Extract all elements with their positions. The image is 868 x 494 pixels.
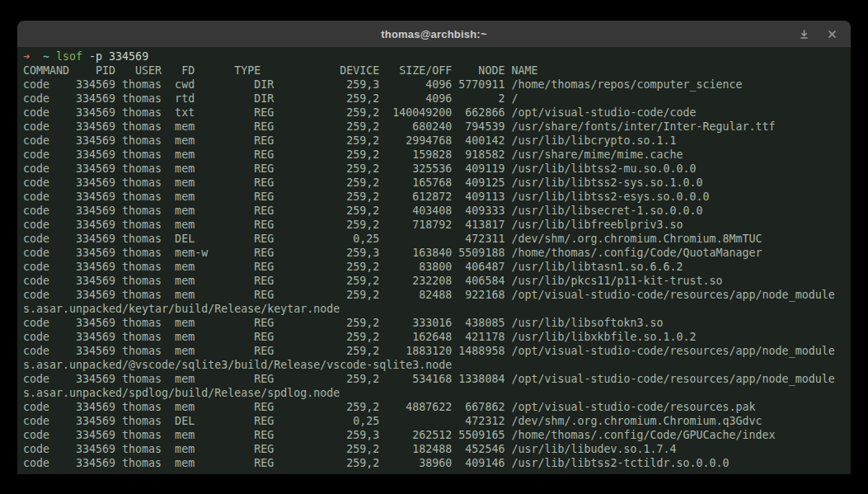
terminal-line: code 334569 thomas mem REG 259,2 680240 … [23,120,851,134]
prompt-args: -p 334569 [82,50,148,63]
terminal-line: code 334569 thomas DEL REG 0,25 472312 /… [23,414,851,428]
window-title: thomas@archbish:~ [381,28,486,40]
terminal-line: code 334569 thomas mem REG 259,2 4887622… [23,400,851,414]
terminal-content[interactable]: ➜ ~ lsof -p 334569 COMMAND PID USER FD T… [17,47,851,470]
terminal-line: code 334569 thomas mem REG 259,3 262512 … [23,428,851,442]
terminal-line: code 334569 thomas mem REG 259,2 232208 … [23,274,851,288]
terminal-line: code 334569 thomas mem REG 259,2 612872 … [23,190,851,204]
close-button[interactable] [824,26,839,41]
terminal-line: code 334569 thomas mem REG 259,2 2994768… [23,134,851,148]
terminal-line: code 334569 thomas txt REG 259,2 1400492… [23,106,851,120]
terminal-line: code 334569 thomas mem REG 259,2 333016 … [23,316,851,330]
prompt-arrow: ➜ [23,50,43,63]
terminal-line: code 334569 thomas mem REG 259,2 325536 … [23,162,851,176]
terminal-line: code 334569 thomas mem REG 259,2 82488 9… [23,288,851,302]
terminal-line: code 334569 thomas DEL REG 0,25 472311 /… [23,232,851,246]
terminal-line: code 334569 thomas mem REG 259,2 1883120… [23,344,851,358]
terminal-line: code 334569 thomas mem-w REG 259,3 16384… [23,246,851,260]
terminal-line: s.asar.unpacked/keytar/build/Release/key… [23,302,851,316]
terminal-line: code 334569 thomas mem REG 259,2 165768 … [23,176,851,190]
terminal-line: code 334569 thomas mem REG 259,2 182488 … [23,442,851,456]
prompt-line: ➜ ~ lsof -p 334569 [23,49,851,64]
terminal-line: code 334569 thomas mem REG 259,2 718792 … [23,218,851,232]
terminal-line: code 334569 thomas cwd DIR 259,3 4096 57… [23,78,851,92]
terminal-line: code 334569 thomas mem REG 259,2 83800 4… [23,260,851,274]
terminal-output: COMMAND PID USER FD TYPE DEVICE SIZE/OFF… [23,64,851,470]
terminal-line: s.asar.unpacked/@vscode/sqlite3/build/Re… [23,358,851,372]
terminal-window: thomas@archbish:~ ➜ ~ lsof -p 334569 COM… [17,21,851,474]
terminal-line: code 334569 thomas mem REG 259,2 159828 … [23,148,851,162]
download-button[interactable] [796,26,811,41]
download-icon [799,29,809,40]
terminal-line: s.asar.unpacked/spdlog/build/Release/spd… [23,386,851,400]
titlebar[interactable]: thomas@archbish:~ [17,21,851,47]
prompt-cwd: ~ [43,50,56,63]
terminal-line: code 334569 thomas mem REG 259,2 403408 … [23,204,851,218]
terminal-line: code 334569 thomas mem REG 259,2 534168 … [23,372,851,386]
terminal-line: code 334569 thomas mem REG 259,2 38960 4… [23,456,851,470]
terminal-line: code 334569 thomas rtd DIR 259,2 4096 2 … [23,92,851,106]
terminal-line: COMMAND PID USER FD TYPE DEVICE SIZE/OFF… [23,64,851,78]
prompt-command: lsof [56,50,82,63]
terminal-line: code 334569 thomas mem REG 259,2 162648 … [23,330,851,344]
desktop: { "window": { "title": "thomas@archbish:… [0,0,868,494]
close-icon [828,30,837,39]
